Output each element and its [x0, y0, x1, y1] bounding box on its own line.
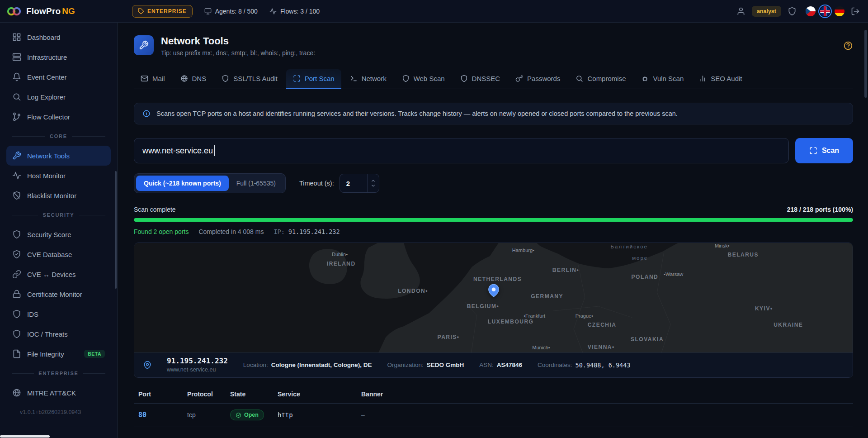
sidebar-item-network-tools[interactable]: Network Tools — [6, 146, 111, 166]
sidebar-item-cve-database[interactable]: CVE Database — [6, 244, 111, 264]
sidebar-item-mitre-att-ck[interactable]: MITRE ATT&CK — [6, 383, 111, 403]
tab-passwords[interactable]: Passwords — [509, 69, 567, 89]
scan-results-row: Found 2 open ports Completed in 4 008 ms… — [134, 228, 853, 235]
network-tools-icon — [134, 35, 154, 55]
tab-vuln-scan[interactable]: Vuln Scan — [634, 69, 690, 89]
sidebar-scrollbar[interactable] — [115, 171, 117, 289]
protocol-cell: tcp — [187, 411, 230, 419]
col-banner: Banner — [361, 390, 849, 398]
tab-seo-audit[interactable]: SEO Audit — [692, 69, 749, 89]
map-label: IRELAND — [327, 261, 356, 267]
ports-table-body: 80tcpOpenhttp– — [134, 404, 853, 427]
tab-dns[interactable]: DNS — [174, 69, 213, 89]
sidebar-item-dashboard[interactable]: Dashboard — [6, 27, 111, 47]
sidebar-item-cve-devices[interactable]: CVE ↔ Devices — [6, 264, 111, 284]
brand[interactable]: FlowProNG — [0, 6, 118, 16]
map-pin-icon — [487, 284, 500, 297]
sidebar-item-security-score[interactable]: Security Score — [6, 224, 111, 244]
timeout-input[interactable]: 2 — [340, 174, 379, 193]
service-cell: http — [278, 411, 361, 419]
target-input[interactable]: www.net-service.eu — [134, 138, 789, 163]
map-label: BERLIN• — [552, 267, 579, 273]
brand-name: FlowPro — [26, 6, 61, 16]
tab-port-scan[interactable]: Port Scan — [286, 69, 341, 89]
map-label: LUXEMBOURG — [488, 319, 534, 325]
search-icon — [576, 75, 583, 82]
tab-compromise[interactable]: Compromise — [569, 69, 632, 89]
timeout-stepper[interactable] — [367, 174, 379, 192]
sidebar-section-security: SECURITY — [12, 209, 105, 221]
horizontal-scrollbar[interactable] — [0, 435, 50, 438]
shield-icon[interactable] — [788, 7, 797, 16]
pin-icon — [143, 361, 151, 369]
col-protocol: Protocol — [187, 390, 230, 398]
enterprise-badge: ENTERPRISE — [132, 5, 193, 18]
logout-icon[interactable] — [851, 7, 860, 16]
map-label: VIENNA• — [588, 344, 615, 350]
sidebar-item-infrastructure[interactable]: Infrastructure — [6, 47, 111, 67]
map-label: •Warsaw — [664, 271, 683, 277]
scan-button[interactable]: Scan — [795, 138, 853, 163]
sidebar-item-ids[interactable]: IDS — [6, 304, 111, 324]
tab-ssl-tls-audit[interactable]: SSL/TLS Audit — [215, 69, 284, 89]
progress-bar-fill — [134, 218, 853, 222]
topbar-main: ENTERPRISE Agents: 8 / 500 Flows: 3 / 10… — [118, 5, 736, 18]
user-icon[interactable] — [736, 7, 745, 16]
tab-dnssec[interactable]: DNSSEC — [453, 69, 507, 89]
scan-icon — [809, 147, 817, 155]
sidebar-item-event-center[interactable]: Event Center — [6, 67, 111, 87]
sidebar-nav: DashboardInfrastructureEvent CenterLog E… — [0, 27, 117, 403]
shield-icon — [222, 75, 229, 82]
sidebar-item-blacklist-monitor[interactable]: Blacklist Monitor — [6, 186, 111, 205]
map-label: Hamburg• — [512, 248, 534, 253]
wrench-icon — [139, 40, 149, 50]
map-label: •Frankfurt — [524, 313, 545, 319]
tab-web-scan[interactable]: Web Scan — [395, 69, 452, 89]
tab-network[interactable]: Network — [343, 69, 393, 89]
role-badge[interactable]: analyst — [752, 6, 781, 17]
map-label: Munich• — [532, 345, 550, 350]
vertical-scrollbar[interactable] — [864, 30, 867, 98]
mode-quick-button[interactable]: Quick (~218 known ports) — [136, 176, 229, 191]
sidebar-item-host-monitor[interactable]: Host Monitor — [6, 166, 111, 186]
page-header: Network Tools Tip: use prefix mx:, dns:,… — [134, 35, 853, 57]
map-label: POLAND — [632, 274, 659, 280]
chevron-down-icon — [371, 183, 376, 188]
map-label: Dublin• — [332, 252, 348, 257]
mode-full-button[interactable]: Full (1-65535) — [229, 176, 283, 191]
map-label: Prague• — [576, 313, 593, 319]
file-icon — [12, 349, 21, 358]
geo-ip: 91.195.241.232 — [167, 357, 228, 366]
help-icon[interactable] — [843, 41, 853, 51]
geo-host: www.net-service.eu — [167, 367, 228, 374]
flag-uk-icon[interactable] — [820, 6, 830, 16]
mail-icon — [141, 75, 148, 82]
chart-icon — [699, 75, 707, 82]
brand-suffix: NG — [62, 6, 75, 16]
shield-icon — [12, 230, 21, 239]
shield-check-icon — [12, 250, 21, 259]
flag-czech-icon[interactable] — [806, 6, 816, 16]
port-cell[interactable]: 80 — [138, 411, 187, 419]
target-row: www.net-service.eu Scan — [134, 138, 853, 163]
sidebar-item-log-explorer[interactable]: Log Explorer — [6, 87, 111, 107]
map-label: BELARUS — [728, 252, 759, 258]
ports-table: Port Protocol State Service Banner 80tcp… — [134, 390, 853, 427]
tool-tabs: MailDNSSSL/TLS AuditPort ScanNetworkWeb … — [134, 69, 853, 89]
sidebar-item-file-integrity[interactable]: File IntegrityBETA — [6, 344, 111, 364]
tab-mail[interactable]: Mail — [134, 69, 172, 89]
geo-map[interactable]: Minsk•БалтийскоемореHamburg•BELARUSDubli… — [134, 243, 853, 352]
geo-ip-block: 91.195.241.232 www.net-service.eu — [167, 357, 228, 374]
scan-options-row: Quick (~218 known ports) Full (1-65535) … — [134, 173, 853, 193]
sidebar-item-flow-collector[interactable]: Flow Collector — [6, 107, 111, 127]
lock-icon — [12, 290, 21, 299]
shield-icon — [12, 309, 21, 319]
sidebar-item-certificate-monitor[interactable]: Certificate Monitor — [6, 284, 111, 304]
map-label: LONDON• — [398, 288, 428, 294]
geo-info-bar: 91.195.241.232 www.net-service.eu Locati… — [134, 352, 853, 377]
found-ports-text: Found 2 open ports — [134, 228, 189, 235]
flag-germany-icon[interactable] — [835, 6, 844, 16]
sidebar-item-ioc-threats[interactable]: IOC / Threats — [6, 324, 111, 344]
wrench-icon — [12, 151, 21, 160]
globe-icon — [12, 388, 21, 397]
